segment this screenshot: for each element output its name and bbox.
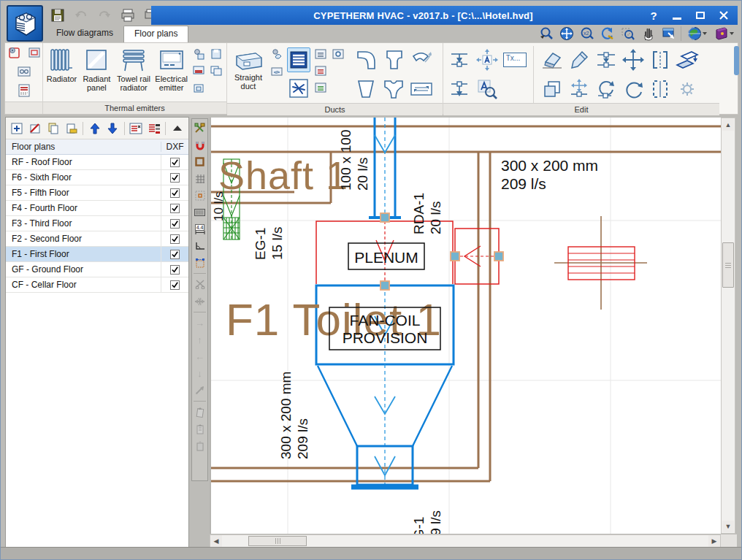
find-text-button[interactable] xyxy=(475,77,500,101)
help-button[interactable]: ? xyxy=(644,8,663,23)
supply-grille-button[interactable] xyxy=(287,47,310,72)
view-sheet-icon-1[interactable] xyxy=(194,406,206,418)
drawing-options-icon[interactable] xyxy=(194,122,206,134)
move-element-button[interactable] xyxy=(621,47,646,72)
scroll-down-arrow[interactable]: ▼ xyxy=(722,521,734,532)
scroll-left-arrow[interactable]: ◀ xyxy=(210,535,222,547)
emitter-settings-button[interactable] xyxy=(191,47,206,61)
titlebar[interactable]: CYPETHERM HVAC - v2017.b - [C:\...\Hotel… xyxy=(151,6,738,25)
minimize-button[interactable] xyxy=(668,8,686,23)
keyboard-input-icon[interactable] xyxy=(194,206,206,218)
towel-rail-radiator-button[interactable]: Towel rail radiator xyxy=(116,46,152,92)
duct-wye-button[interactable] xyxy=(381,77,406,101)
adjust-tool-icon[interactable] xyxy=(194,384,206,396)
floor-row[interactable]: RF - Roof Floor xyxy=(6,155,188,170)
floor-row[interactable]: F6 - Sixth Floor xyxy=(6,170,188,185)
duct-curved-branch-button[interactable] xyxy=(409,47,434,72)
zoom-scale-button[interactable]: x2 xyxy=(578,26,595,42)
collapse-list-button[interactable] xyxy=(170,122,184,135)
fan-button[interactable] xyxy=(287,76,310,101)
straight-duct-button[interactable]: Straight duct xyxy=(230,46,267,91)
copy-element-button[interactable] xyxy=(540,77,565,101)
move-node-button[interactable] xyxy=(567,77,592,101)
scroll-right-arrow[interactable]: ▶ xyxy=(708,535,720,547)
cut-icon[interactable] xyxy=(194,278,206,291)
dxf-dwg-templates-button[interactable] xyxy=(129,122,143,135)
view-options-button[interactable] xyxy=(17,65,31,78)
extract-grille-library-button[interactable] xyxy=(313,81,328,94)
floor-row[interactable]: F1 - First Floor xyxy=(6,247,188,262)
align-nodes-button[interactable] xyxy=(594,47,619,72)
radiator-button[interactable]: Radiator xyxy=(46,46,77,83)
text-box-button[interactable]: Tx... xyxy=(502,47,527,72)
ortho-angle-icon[interactable] xyxy=(194,239,206,252)
tab-floor-plans[interactable]: Floor plans xyxy=(123,26,188,42)
zoom-extents-button[interactable] xyxy=(558,26,575,42)
pan-down-icon[interactable]: ↓ xyxy=(194,367,206,380)
duct-elbow-button[interactable] xyxy=(353,47,378,72)
erase-button[interactable] xyxy=(540,47,565,72)
edit-button[interactable] xyxy=(567,47,592,72)
floor-row[interactable]: GF - Ground Floor xyxy=(6,262,188,277)
rotate-node-button[interactable] xyxy=(594,77,619,101)
close-button[interactable] xyxy=(714,8,733,23)
object-snap-icon[interactable] xyxy=(194,189,206,202)
floor-row[interactable]: F5 - Fifth Floor xyxy=(6,185,188,201)
dxf-checkbox[interactable] xyxy=(170,234,180,244)
tab-flow-diagrams[interactable]: Flow diagrams xyxy=(46,26,123,42)
pan-up-icon[interactable]: ↑ xyxy=(194,334,206,346)
dxf-checkbox[interactable] xyxy=(170,265,180,275)
capture-window-button[interactable] xyxy=(660,26,677,42)
dimension-icon[interactable]: 4.4 xyxy=(194,223,206,235)
copy-between-floors-button[interactable] xyxy=(675,47,700,72)
emitter-save-button[interactable] xyxy=(209,47,223,61)
duct-reverse-button[interactable] xyxy=(409,77,434,101)
rotate-button[interactable] xyxy=(621,77,646,101)
dxf-checkbox[interactable] xyxy=(170,280,180,290)
report-page-button[interactable] xyxy=(17,84,31,97)
edit-floor-button[interactable] xyxy=(28,122,42,135)
redo-button[interactable] xyxy=(96,7,113,23)
emitter-panel-button[interactable] xyxy=(191,64,206,77)
zoom-window-button[interactable] xyxy=(619,26,636,42)
move-floor-down-button[interactable] xyxy=(106,122,120,135)
grid-icon[interactable] xyxy=(194,172,206,185)
grille-settings-button[interactable] xyxy=(331,47,345,61)
ribbon-collapse-handle[interactable] xyxy=(734,46,739,75)
redraw-button[interactable] xyxy=(599,26,616,42)
layer-box-icon[interactable] xyxy=(194,156,206,168)
vertical-scrollbar[interactable]: ▲ ▼ xyxy=(721,118,735,534)
horizontal-scrollbar[interactable]: ◀ ▶ xyxy=(210,534,721,548)
dxf-checkbox[interactable] xyxy=(170,250,180,259)
electrical-emitter-button[interactable]: Electrical emitter xyxy=(154,46,188,92)
zoom-previous-button[interactable] xyxy=(538,26,554,42)
dxf-checkbox[interactable] xyxy=(170,173,180,183)
duct-library-button[interactable] xyxy=(269,64,284,77)
duct-settings-button[interactable] xyxy=(269,47,284,61)
floor-row[interactable]: F2 - Second Floor xyxy=(6,231,188,247)
duct-tee-button[interactable] xyxy=(381,47,406,72)
insert-node-button[interactable] xyxy=(447,47,472,72)
layer-settings-button[interactable] xyxy=(675,77,700,101)
maximize-button[interactable] xyxy=(691,8,710,23)
floor-row[interactable]: F4 - Fourth Floor xyxy=(6,201,188,216)
move-text-button[interactable] xyxy=(475,47,500,72)
add-floor-button[interactable] xyxy=(10,122,24,135)
floor-row[interactable]: F3 - Third Floor xyxy=(6,216,188,231)
selection-box-icon[interactable] xyxy=(194,256,206,269)
emitter-library-button[interactable] xyxy=(191,81,206,94)
print-floor-button[interactable] xyxy=(64,122,78,135)
move-floor-up-button[interactable] xyxy=(88,122,102,135)
copy-floor-button[interactable] xyxy=(47,122,61,135)
move-node-down-button[interactable] xyxy=(447,77,472,101)
scroll-up-arrow[interactable]: ▲ xyxy=(722,119,734,131)
dxf-checkbox[interactable] xyxy=(170,188,180,198)
save-button[interactable] xyxy=(49,7,66,23)
language-button[interactable] xyxy=(685,26,708,42)
undo-button[interactable] xyxy=(72,7,90,23)
app-logo-icon[interactable] xyxy=(7,5,43,42)
print-button[interactable] xyxy=(119,7,137,23)
stretch-icon[interactable] xyxy=(194,295,206,307)
vertical-scroll-thumb[interactable] xyxy=(722,242,734,288)
duct-transition-button[interactable] xyxy=(353,77,378,101)
